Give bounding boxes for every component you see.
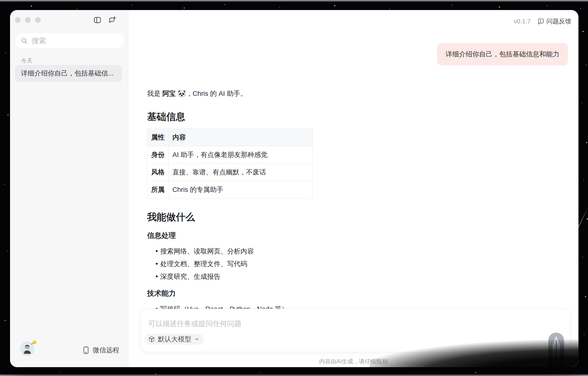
sidebar: 搜索 今天 详细介绍你自己，包括基础信... 🔑 bbox=[10, 10, 128, 367]
close-window-button[interactable] bbox=[15, 17, 21, 23]
group-title-tech-skills: 技术能力 bbox=[147, 289, 520, 297]
panda-emoji: 🐼 bbox=[176, 90, 186, 97]
chevron-down-icon bbox=[194, 337, 200, 342]
model-selector[interactable]: 默认大模型 bbox=[145, 334, 204, 345]
main-header: v0.1.7 问题反馈 bbox=[514, 17, 571, 26]
feedback-bubble-icon bbox=[537, 18, 544, 25]
model-selector-label: 默认大模型 bbox=[158, 335, 191, 344]
wechat-remote-button[interactable]: 微信远程 bbox=[82, 346, 119, 355]
toggle-sidebar-button[interactable] bbox=[94, 16, 101, 24]
capabilities-heading: 我能做什么 bbox=[147, 211, 520, 222]
basic-info-table: 属性 内容 身份 AI 助手，有点像老朋友那种感觉 风格 直接、靠谱、有点幽默，… bbox=[147, 129, 313, 199]
wechat-remote-label: 微信远程 bbox=[93, 346, 119, 355]
ai-disclaimer: 内容由AI生成，请仔细甄别 bbox=[128, 358, 578, 365]
table-header-content: 内容 bbox=[169, 129, 313, 146]
assistant-message: 我是 阿宝 🐼，Chris 的 AI 助手。 基础信息 属性 内容 身份 AI … bbox=[147, 89, 520, 331]
user-message-text: 详细介绍你自己，包括基础信息和能力 bbox=[446, 50, 559, 59]
table-row: 风格 直接、靠谱、有点幽默，不废话 bbox=[147, 164, 313, 181]
table-row: 身份 AI 助手，有点像老朋友那种感觉 bbox=[147, 146, 313, 164]
table-row: 所属 Chris 的专属助手 bbox=[147, 181, 313, 199]
search-placeholder: 搜索 bbox=[32, 36, 46, 46]
zoom-window-button[interactable] bbox=[35, 17, 41, 23]
list-item: 深度研究、生成报告 bbox=[160, 273, 520, 280]
basic-info-heading: 基础信息 bbox=[147, 111, 520, 122]
pen-cursor-artifact bbox=[547, 331, 565, 367]
sidebar-panel-icon bbox=[94, 16, 101, 24]
sidebar-actions bbox=[94, 16, 116, 24]
new-chat-icon bbox=[108, 16, 116, 24]
assistant-name: 阿宝 bbox=[162, 90, 176, 97]
starfield bbox=[2, 2, 3, 3]
wallpaper-top-edge bbox=[0, 0, 588, 1]
feedback-label: 问题反馈 bbox=[546, 17, 571, 26]
wallpaper-bottom-edge bbox=[0, 375, 588, 376]
assistant-intro: 我是 阿宝 🐼，Chris 的 AI 助手。 bbox=[147, 89, 520, 98]
group-title-info-processing: 信息处理 bbox=[147, 231, 520, 240]
phone-icon bbox=[82, 346, 90, 354]
window-controls bbox=[15, 17, 41, 23]
user-message-bubble: 详细介绍你自己，包括基础信息和能力 bbox=[437, 43, 568, 65]
user-avatar[interactable]: 🔑 bbox=[20, 342, 34, 356]
message-composer[interactable]: 可以描述任务或提问任何问题 默认大模型 bbox=[140, 309, 571, 352]
app-version: v0.1.7 bbox=[514, 18, 531, 25]
new-chat-button[interactable] bbox=[108, 16, 116, 24]
list-item: 处理文档、整理文件、写代码 bbox=[160, 260, 520, 268]
feedback-button[interactable]: 问题反馈 bbox=[537, 17, 571, 26]
key-emoji: 🔑 bbox=[30, 339, 37, 346]
model-cube-icon bbox=[148, 336, 155, 343]
search-icon bbox=[21, 37, 28, 44]
minimize-window-button[interactable] bbox=[25, 17, 31, 23]
app-window: 搜索 今天 详细介绍你自己，包括基础信... 🔑 bbox=[10, 10, 578, 367]
search-input[interactable]: 搜索 bbox=[15, 33, 125, 48]
list-item: 搜索网络、读取网页、分析内容 bbox=[160, 248, 520, 255]
chat-main-area: v0.1.7 问题反馈 详细介绍你自己，包括基础信息和能力 我是 阿宝 🐼，Ch… bbox=[128, 10, 578, 367]
composer-placeholder: 可以描述任务或提问任何问题 bbox=[148, 319, 242, 329]
history-section-label: 今天 bbox=[21, 57, 32, 64]
table-header-attribute: 属性 bbox=[147, 129, 169, 146]
history-list-item[interactable]: 详细介绍你自己，包括基础信... bbox=[15, 65, 122, 82]
info-processing-list: 搜索网络、读取网页、分析内容 处理文档、整理文件、写代码 深度研究、生成报告 bbox=[147, 248, 520, 280]
history-item-title: 详细介绍你自己，包括基础信... bbox=[21, 69, 114, 78]
